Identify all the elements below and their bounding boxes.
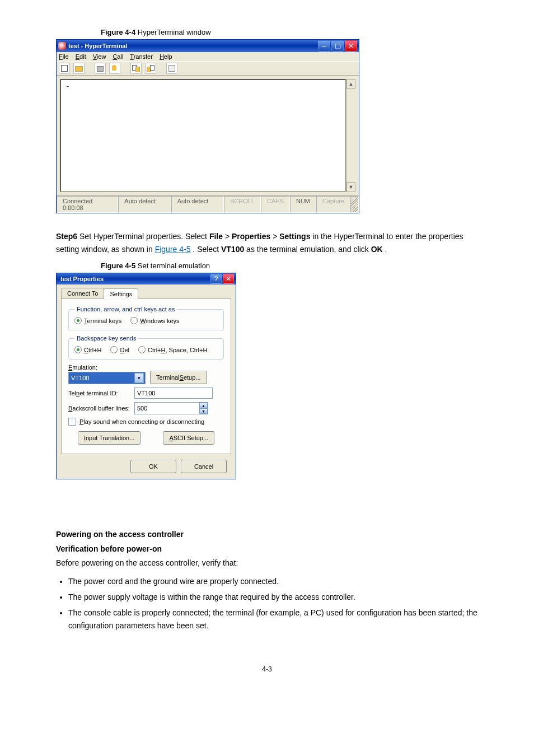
powering-on-heading: Powering on the access controller [56,530,478,539]
resize-grip-icon[interactable] [350,196,359,213]
telnet-id-label: Telnet terminal ID: [68,390,130,396]
verify-subheading: Verification before power-on [56,544,478,553]
vertical-scrollbar[interactable]: ▲ ▼ [346,79,355,192]
open-icon[interactable] [73,63,85,74]
radio-del[interactable]: Del [110,346,129,353]
play-sound-checkbox[interactable]: Play sound when connecting or disconnect… [68,418,224,426]
properties-icon[interactable] [166,63,177,74]
status-connected: Connected 0:00:08 [57,196,118,213]
settings-panel: Function, arrow, and ctrl keys act as Te… [61,298,231,454]
print-icon[interactable] [95,63,106,74]
menubar: File Edit View Call Transfer Help [57,52,359,61]
ok-text: OK [371,245,383,254]
close-button[interactable]: ✕ [345,40,357,52]
tabs: Connect To Settings [61,288,231,298]
radio-windows-keys[interactable]: Windows keys [130,317,179,324]
dropdown-icon[interactable]: ▾ [134,373,144,383]
menu-help[interactable]: Help [160,53,172,60]
toolbar [57,61,359,76]
menu-transfer[interactable]: Transfer [130,53,153,60]
radio-ctrl-h[interactable]: Ctrl+H [74,346,101,353]
page-number: 4-3 [56,665,478,673]
figure2-text: Set terminal emulation [138,262,210,270]
tab-connect-to[interactable]: Connect To [61,288,104,298]
backspace-group: Backspace key sends Ctrl+H Del Ctrl+H, S… [68,335,224,360]
tab-settings[interactable]: Settings [104,288,138,299]
status-capture: Capture [316,196,350,213]
bullet-1: The power cord and the ground wire are p… [68,575,478,587]
terminal-content: - [65,82,70,91]
send-icon[interactable] [130,63,142,74]
minimize-button[interactable]: ‒ [318,40,330,52]
close-button[interactable]: ✕ [223,274,234,284]
menu-view[interactable]: View [93,53,106,60]
menu-file[interactable]: File [59,53,69,60]
scroll-down-icon[interactable]: ▼ [346,182,355,192]
verify-intro: Before powering on the access controller… [56,557,478,569]
emulation-value: VT100 [71,375,89,381]
figure-link[interactable]: Figure 4-5 [155,245,191,254]
window-title: test - HyperTerminal [68,43,318,49]
figure1-prefix: Figure 4-4 [101,28,135,36]
hyperterminal-window: test - HyperTerminal ‒ ▢ ✕ File Edit Vie… [56,39,359,213]
menu-call[interactable]: Call [113,53,123,60]
vt100-text: VT100 [221,245,244,254]
bullet-2: The power supply voltage is within the r… [68,591,478,603]
function-keys-group: Function, arrow, and ctrl keys act as Te… [68,306,224,330]
receive-icon[interactable] [145,63,156,74]
spin-down-icon[interactable]: ▼ [199,408,208,414]
dialog-title: test Properties [58,276,209,282]
emulation-label: Emulation: [68,364,146,371]
step6-prefix: Step6 [56,232,77,241]
figure2-caption: Figure 4-5 Set terminal emulation [101,262,478,270]
scroll-up-icon[interactable]: ▲ [346,79,355,89]
status-autodetect2: Auto detect [171,196,224,213]
terminal-setup-button[interactable]: Terminal Setup... [150,371,207,384]
seq-file: File [209,232,223,241]
telnet-id-input[interactable]: VT100 [134,388,213,399]
figure2-prefix: Figure 4-5 [101,262,135,270]
ok-button[interactable]: OK [130,460,176,473]
figure1-caption: Figure 4-4 HyperTerminal window [101,28,478,36]
ascii-setup-button[interactable]: ASCII Setup... [163,431,214,445]
status-autodetect1: Auto detect [118,196,171,213]
menu-edit[interactable]: Edit [76,53,86,60]
titlebar: test - HyperTerminal ‒ ▢ ✕ [57,40,359,52]
app-icon [58,42,66,50]
status-scroll: SCROLL [224,196,261,213]
maximize-button[interactable]: ▢ [331,40,344,52]
verify-list: The power cord and the ground wire are p… [56,575,478,632]
seq-properties: Properties [232,232,270,241]
group1-legend: Function, arrow, and ctrl keys act as [74,306,177,312]
cancel-button[interactable]: Cancel [181,460,227,473]
bullet-3: The console cable is properly connected;… [68,606,478,632]
radio-ctrl-h-space[interactable]: Ctrl+H, Space, Ctrl+H [138,346,207,353]
call-icon[interactable] [109,63,120,74]
status-num: NUM [290,196,316,213]
seq-settings: Settings [279,232,310,241]
statusbar: Connected 0:00:08 Auto detect Auto detec… [57,195,359,213]
terminal-area[interactable]: - [60,79,346,192]
properties-dialog: test Properties ? ✕ Connect To Settings … [56,273,236,479]
figure1-text: HyperTerminal window [138,28,211,36]
input-translation-button[interactable]: Input Translation... [78,431,141,445]
group2-legend: Backspace key sends [74,335,138,342]
backscroll-label: Backscroll buffer lines: [68,405,130,412]
radio-terminal-keys[interactable]: Terminal keys [74,317,121,324]
step6-paragraph: Step6 Set HyperTerminal properties. Sele… [56,230,478,256]
emulation-select[interactable]: VT100 ▾ [68,372,146,384]
new-icon[interactable] [59,63,70,74]
backscroll-spinner[interactable]: 500 ▲ ▼ [134,402,208,414]
status-caps: CAPS [261,196,290,213]
help-button[interactable]: ? [210,274,222,284]
spin-up-icon[interactable]: ▲ [199,403,208,408]
